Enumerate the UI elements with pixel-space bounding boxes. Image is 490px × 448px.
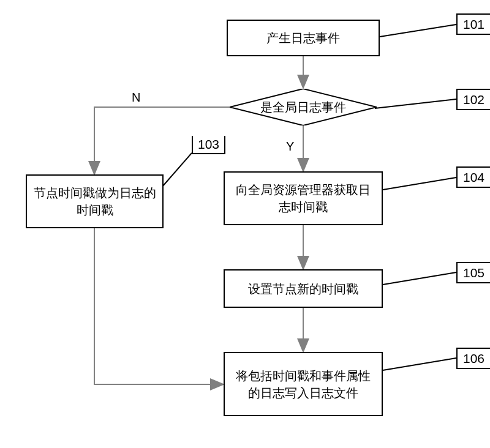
tag-101: 101	[456, 13, 490, 35]
svg-line-7	[162, 153, 192, 187]
tag-105: 105	[456, 262, 490, 283]
node-102: 是全局日志事件	[230, 89, 377, 125]
node-101-text: 产生日志事件	[266, 29, 340, 47]
tag-106: 106	[456, 348, 490, 369]
svg-line-6	[375, 99, 456, 108]
node-103-text: 节点时间戳做为日志的时间戳	[31, 184, 159, 218]
tag-103: 103	[192, 136, 225, 154]
tag-101-text: 101	[463, 17, 484, 32]
svg-line-10	[383, 358, 456, 370]
label-no: N	[132, 91, 140, 105]
node-106-text: 将包括时间戳和事件属性的日志写入日志文件	[232, 367, 374, 401]
tag-106-text: 106	[463, 351, 484, 366]
node-106: 将包括时间戳和事件属性的日志写入日志文件	[224, 352, 383, 416]
node-105-text: 设置节点新的时间戳	[248, 280, 358, 297]
node-101: 产生日志事件	[227, 20, 380, 56]
tag-103-text: 103	[198, 137, 219, 152]
tag-104: 104	[456, 166, 490, 188]
node-102-text: 是全局日志事件	[260, 99, 346, 116]
svg-line-5	[380, 24, 456, 37]
svg-line-9	[383, 272, 456, 285]
tag-102: 102	[456, 89, 490, 110]
tag-102-text: 102	[463, 92, 484, 107]
svg-line-8	[383, 177, 456, 190]
tag-105-text: 105	[463, 266, 484, 280]
tag-104-text: 104	[463, 170, 484, 185]
label-yes: Y	[286, 140, 294, 154]
node-104: 向全局资源管理器获取日志时间戳	[224, 171, 383, 225]
node-104-text: 向全局资源管理器获取日志时间戳	[231, 181, 375, 215]
node-103: 节点时间戳做为日志的时间戳	[26, 174, 164, 228]
node-105: 设置节点新的时间戳	[224, 269, 383, 308]
